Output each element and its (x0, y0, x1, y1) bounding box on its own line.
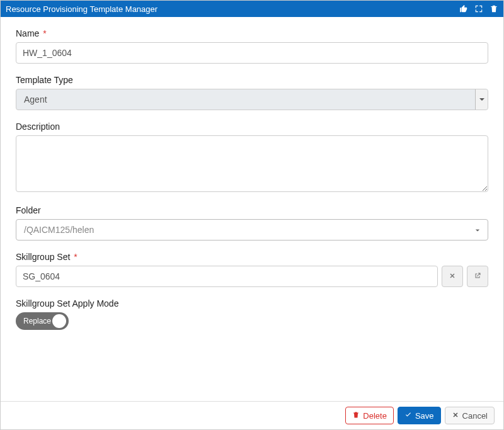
thumbs-up-icon[interactable] (459, 4, 468, 13)
cancel-label: Cancel (462, 411, 488, 421)
template-type-value: Agent (16, 94, 475, 105)
label-apply-mode: Skillgroup Set Apply Mode (16, 298, 488, 308)
label-folder: Folder (16, 205, 488, 215)
label-template-type: Template Type (16, 75, 488, 85)
name-input[interactable] (16, 42, 488, 64)
titlebar-icons (459, 4, 498, 13)
field-description: Description (16, 122, 488, 194)
external-link-icon (474, 271, 481, 281)
save-label: Save (415, 411, 434, 421)
label-name: Name * (16, 28, 488, 38)
folder-value: /QAICM125/helen (24, 225, 475, 235)
window: Resource Provisioning Template Manager N… (0, 0, 504, 430)
toggle-label: Replace (23, 317, 51, 325)
skillgroup-row (16, 266, 488, 287)
field-folder: Folder /QAICM125/helen (16, 205, 488, 240)
delete-label: Delete (363, 411, 387, 421)
open-skillgroup-button[interactable] (467, 266, 488, 287)
toggle-knob (52, 314, 66, 328)
close-icon (449, 271, 456, 281)
window-title: Resource Provisioning Template Manager (6, 4, 459, 14)
field-template-type: Template Type Agent (16, 75, 488, 110)
footer: Delete Save Cancel (1, 401, 503, 429)
field-skillgroup-set: Skillgroup Set * (16, 252, 488, 287)
folder-select[interactable]: /QAICM125/helen (16, 219, 488, 240)
form-content: Name * Template Type Agent Description F… (1, 17, 503, 401)
expand-icon[interactable] (474, 4, 483, 13)
field-apply-mode: Skillgroup Set Apply Mode Replace (16, 298, 488, 330)
save-button[interactable]: Save (398, 407, 441, 424)
description-input[interactable] (16, 135, 488, 192)
clear-skillgroup-button[interactable] (442, 266, 463, 287)
check-icon (404, 411, 412, 421)
apply-mode-toggle[interactable]: Replace (16, 312, 69, 330)
skillgroup-input[interactable] (16, 266, 438, 287)
required-marker: * (43, 28, 46, 38)
chevron-down-icon (475, 89, 488, 110)
label-skillgroup-set-text: Skillgroup Set (16, 252, 70, 262)
trash-icon[interactable] (490, 4, 498, 13)
cancel-button[interactable]: Cancel (445, 407, 495, 424)
label-description: Description (16, 122, 488, 132)
label-skillgroup-set: Skillgroup Set * (16, 252, 488, 262)
template-type-select[interactable]: Agent (16, 89, 488, 110)
trash-icon (352, 411, 360, 421)
caret-down-icon (475, 225, 480, 235)
required-marker: * (74, 252, 77, 262)
close-icon (452, 411, 459, 421)
delete-button[interactable]: Delete (345, 407, 394, 424)
label-name-text: Name (16, 28, 39, 38)
titlebar: Resource Provisioning Template Manager (1, 1, 503, 17)
field-name: Name * (16, 28, 488, 64)
